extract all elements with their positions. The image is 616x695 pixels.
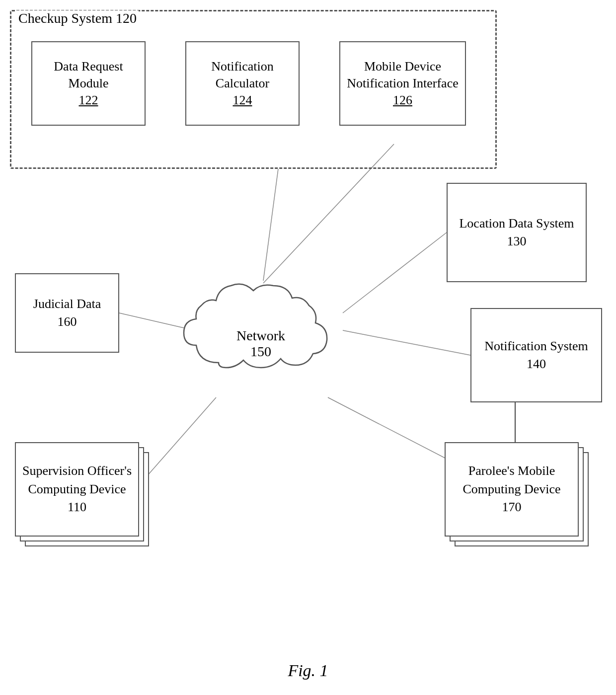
judicial-data-number: 160 <box>57 314 77 329</box>
location-data-system-name: Location Data System <box>459 216 574 231</box>
svg-line-2 <box>343 232 447 313</box>
location-data-system-box: Location Data System 130 <box>447 183 587 282</box>
judicial-data-box: Judicial Data 160 <box>15 273 119 353</box>
checkup-system-box: Checkup System 120 Data Request Module 1… <box>10 10 497 169</box>
supervision-officer-number: 110 <box>68 500 86 514</box>
notification-calculator-name: Notification Calculator <box>211 59 274 90</box>
data-request-module-number: 122 <box>79 93 98 107</box>
notification-calculator-number: 124 <box>233 93 252 107</box>
supervision-officer-stack: Supervision Officer's Computing Device 1… <box>15 442 149 551</box>
figure-caption: Fig. 1 <box>288 661 328 680</box>
checkup-system-label: Checkup System 120 <box>16 10 139 26</box>
supervision-officer-name: Supervision Officer's Computing Device <box>22 463 132 496</box>
network-number: 150 <box>211 344 310 360</box>
network-name: Network <box>211 328 310 344</box>
parolees-device-stack: Parolee's Mobile Computing Device 170 <box>445 442 591 551</box>
data-request-module-name: Data Request Module <box>54 59 123 90</box>
parolees-device-number: 170 <box>502 500 522 514</box>
notification-calculator-box: Notification Calculator 124 <box>185 41 300 126</box>
svg-line-3 <box>343 330 470 355</box>
data-request-module-box: Data Request Module 122 <box>31 41 146 126</box>
parolees-device-name: Parolee's Mobile Computing Device <box>462 463 560 496</box>
judicial-data-name: Judicial Data <box>33 297 101 311</box>
notification-system-name: Notification System <box>484 339 588 353</box>
mobile-device-interface-box: Mobile Device Notification Interface 126 <box>339 41 466 126</box>
notification-system-box: Notification System 140 <box>470 308 602 402</box>
diagram-container: Checkup System 120 Data Request Module 1… <box>0 0 616 695</box>
mobile-device-interface-number: 126 <box>393 93 412 107</box>
location-data-system-number: 130 <box>507 234 527 248</box>
notification-system-number: 140 <box>527 357 546 371</box>
network-label: Network 150 <box>211 328 310 360</box>
mobile-device-interface-name: Mobile Device Notification Interface <box>347 59 459 90</box>
